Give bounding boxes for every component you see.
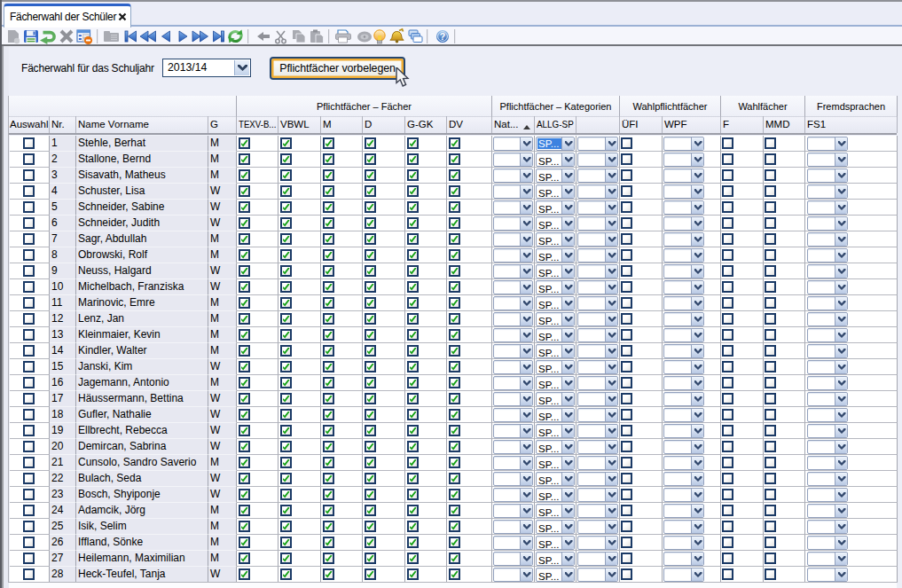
svg-text:?: ?: [440, 31, 445, 42]
